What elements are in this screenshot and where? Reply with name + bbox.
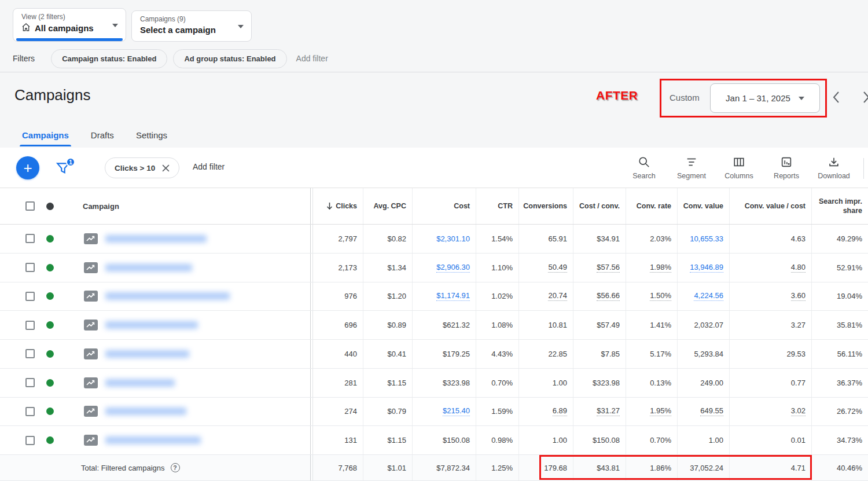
filters-bar-add-filter[interactable]: Add filter: [296, 54, 328, 63]
date-next-button[interactable]: [862, 90, 868, 105]
row-checkbox[interactable]: [25, 407, 35, 416]
column-header-cost[interactable]: Cost: [412, 188, 476, 224]
table-row[interactable]: 281$1.15$323.980.70%1.00$323.980.13%249.…: [0, 369, 868, 398]
campaign-name-blurred[interactable]: [105, 407, 186, 415]
column-header-avg-cpc[interactable]: Avg. CPC: [363, 188, 412, 224]
table-row[interactable]: 2,797$0.82$2,301.101.54%65.91$34.912.03%…: [0, 225, 868, 254]
campaign-chart-button[interactable]: [84, 233, 98, 244]
total-search-impr-share: 40.46%: [811, 455, 868, 480]
column-header-cost-conv[interactable]: Cost / conv.: [573, 188, 626, 224]
filter-chip-campaign-status[interactable]: Campaign status: Enabled: [51, 49, 167, 68]
column-header-clicks[interactable]: Clicks: [310, 188, 363, 224]
cell-conversions: 1.00: [518, 369, 573, 397]
cell-conv-value-cost: 3.02: [729, 398, 811, 426]
campaign-chart-button[interactable]: [84, 262, 98, 273]
search-button[interactable]: Search: [620, 152, 668, 180]
status-dot-enabled[interactable]: [46, 321, 54, 329]
link-cost[interactable]: $215.40: [412, 398, 476, 426]
cell-avg-cpc: $0.41: [363, 340, 412, 368]
row-checkbox[interactable]: [25, 292, 35, 301]
cell-conversions: 65.91: [518, 225, 573, 253]
help-icon[interactable]: ?: [171, 463, 180, 472]
total-avg-cpc: $1.01: [363, 455, 412, 480]
column-header-search-impr-share[interactable]: Search impr. share: [811, 188, 868, 224]
columns-button[interactable]: Columns: [715, 152, 763, 180]
table-row[interactable]: 2,173$1.34$2,906.301.10%50.49$57.561.98%…: [0, 254, 868, 282]
status-dot-enabled[interactable]: [46, 264, 54, 271]
campaign-name-blurred[interactable]: [105, 436, 201, 444]
row-checkbox[interactable]: [25, 349, 35, 358]
row-checkbox[interactable]: [25, 321, 35, 330]
cell-conversions: 10.81: [518, 311, 573, 339]
download-button[interactable]: Download: [810, 152, 858, 180]
clicks-filter-chip[interactable]: Clicks > 10: [105, 157, 179, 178]
table-row[interactable]: 696$0.89$621.321.08%10.81$57.491.41%2,03…: [0, 311, 868, 340]
table-row[interactable]: 131$1.15$150.080.98%1.00$150.080.70%1.00…: [0, 426, 868, 455]
campaign-chart-button[interactable]: [84, 291, 98, 302]
row-checkbox[interactable]: [25, 436, 35, 445]
campaign-chart-button[interactable]: [84, 406, 98, 417]
status-dot-enabled[interactable]: [46, 235, 54, 243]
table-row[interactable]: 976$1.20$1,174.911.02%20.74$56.661.50%4,…: [0, 282, 868, 311]
cell-cost-conv: $150.08: [573, 426, 626, 454]
campaign-chart-button[interactable]: [84, 435, 98, 446]
campaign-chart-button[interactable]: [84, 348, 98, 359]
status-dot-enabled[interactable]: [46, 350, 54, 358]
tab-campaigns[interactable]: Campaigns: [22, 130, 69, 148]
close-icon[interactable]: [162, 164, 170, 172]
campaign-cell: [0, 398, 310, 426]
filter-chip-adgroup-status[interactable]: Ad group status: Enabled: [173, 49, 286, 68]
total-ctr: 1.25%: [476, 455, 518, 480]
campaign-selector[interactable]: Campaigns (9) Select a campaign: [131, 10, 252, 42]
date-prev-button[interactable]: [832, 90, 843, 105]
campaign-name-blurred[interactable]: [105, 264, 192, 271]
add-campaign-button[interactable]: +: [16, 156, 39, 179]
campaign-name-blurred[interactable]: [105, 350, 189, 358]
view-selector[interactable]: View (2 filters) All campaigns: [13, 8, 126, 42]
tab-drafts[interactable]: Drafts: [91, 130, 114, 148]
campaign-name-blurred[interactable]: [105, 292, 230, 300]
date-range-picker[interactable]: Jan 1 – 31, 2025: [710, 83, 820, 113]
cell-avg-cpc: $0.79: [363, 398, 412, 426]
campaign-name-blurred[interactable]: [105, 321, 198, 329]
reports-button[interactable]: Reports: [763, 152, 810, 180]
filters-bar: Filters Campaign status: Enabled Ad grou…: [0, 45, 868, 72]
status-dot-enabled[interactable]: [46, 436, 54, 444]
link-conv-value[interactable]: 10,655.33: [677, 225, 729, 253]
status-dot-enabled[interactable]: [46, 379, 54, 387]
link-cost[interactable]: $1,174.91: [412, 282, 476, 311]
status-dot-enabled[interactable]: [46, 292, 54, 300]
home-icon: [21, 23, 31, 34]
toolbar-add-filter[interactable]: Add filter: [193, 162, 225, 171]
campaign-name-blurred[interactable]: [105, 235, 207, 243]
link-cost[interactable]: $2,301.10: [412, 225, 476, 253]
row-checkbox[interactable]: [25, 234, 35, 243]
select-all-checkbox[interactable]: [25, 201, 35, 211]
link-cost[interactable]: $2,906.30: [412, 254, 476, 282]
cell-search-impr-share: 52.91%: [811, 254, 868, 282]
cell-search-impr-share: 34.73%: [811, 426, 868, 454]
row-checkbox[interactable]: [25, 263, 35, 272]
filter-funnel-button[interactable]: 1: [56, 160, 73, 178]
table-row[interactable]: 274$0.79$215.401.59%6.89$31.271.95%649.5…: [0, 398, 868, 427]
column-header-conv-value[interactable]: Conv. value: [677, 188, 729, 224]
status-dot-enabled[interactable]: [46, 407, 54, 415]
campaign-name-blurred[interactable]: [105, 379, 175, 387]
link-conv-value[interactable]: 13,946.89: [677, 254, 729, 282]
segment-button[interactable]: Segment: [668, 152, 715, 180]
cell-conv-rate: 1.98%: [626, 254, 677, 282]
table-row[interactable]: 440$0.41$179.254.43%22.85$7.855.17%5,293…: [0, 340, 868, 369]
column-header-ctr[interactable]: CTR: [476, 188, 518, 224]
status-column-icon[interactable]: [46, 203, 54, 210]
link-conv-value[interactable]: 4,224.56: [677, 282, 729, 311]
campaign-cell: [0, 282, 310, 311]
column-header-conv-rate[interactable]: Conv. rate: [626, 188, 677, 224]
column-header-campaign[interactable]: Campaign: [83, 202, 119, 211]
cell-conv-value-cost: 3.60: [729, 282, 811, 311]
campaign-chart-button[interactable]: [84, 377, 98, 388]
campaign-chart-button[interactable]: [84, 320, 98, 331]
tab-settings[interactable]: Settings: [136, 130, 167, 148]
column-header-conversions[interactable]: Conversions: [518, 188, 573, 224]
column-header-conv-value-cost[interactable]: Conv. value / cost: [729, 188, 811, 224]
row-checkbox[interactable]: [25, 378, 35, 387]
